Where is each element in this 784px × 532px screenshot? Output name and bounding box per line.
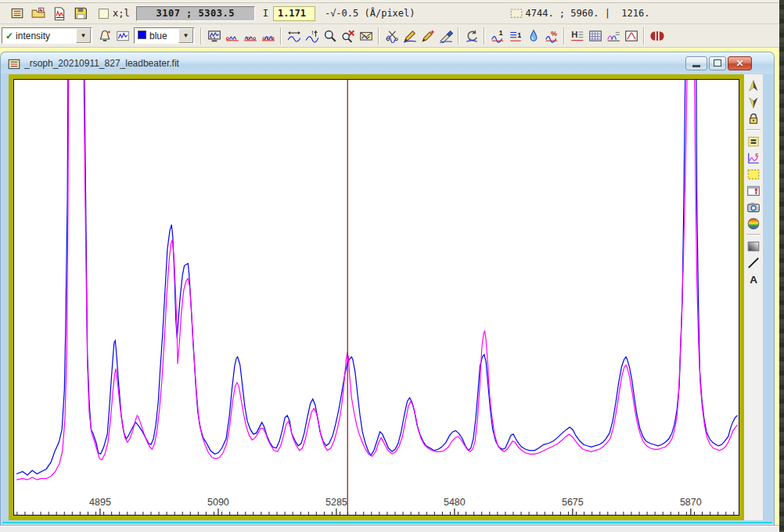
normalize-one-icon[interactable]: 1 bbox=[488, 27, 506, 45]
window-title: _rsoph_20210911_827_leadbeater.fit bbox=[24, 58, 685, 69]
svg-text:1: 1 bbox=[498, 29, 502, 37]
copy-curve-icon[interactable]: c bbox=[745, 149, 762, 166]
toolbar-separator bbox=[280, 27, 282, 45]
wavelength-range-readout: 4744. ; 5960. | 1216. bbox=[526, 8, 650, 19]
spectrum-file-icon bbox=[7, 57, 20, 69]
plot-bars-icon[interactable] bbox=[259, 27, 277, 45]
window-titlebar[interactable]: _rsoph_20210911_827_leadbeater.fit ✕ bbox=[0, 52, 775, 74]
cut-curve-icon[interactable] bbox=[383, 27, 401, 45]
frame-accent-line bbox=[2, 522, 772, 523]
restore-icon bbox=[714, 59, 721, 66]
svg-text:A: A bbox=[750, 274, 757, 286]
save-icon[interactable] bbox=[71, 5, 89, 23]
window-frame: 489550905285548056755870 cA bbox=[0, 74, 775, 526]
selection-box-icon[interactable] bbox=[508, 5, 526, 23]
right-toolbar: cA bbox=[744, 74, 763, 520]
check-icon: ✓ bbox=[5, 31, 13, 41]
pin-window-icon[interactable] bbox=[745, 182, 762, 199]
phase-plot-icon[interactable] bbox=[648, 27, 666, 45]
gradient-fill-icon[interactable] bbox=[745, 238, 762, 254]
cursor-coordinate-readout: 3107 ; 5303.5 bbox=[136, 6, 255, 21]
svg-text:t: t bbox=[311, 30, 313, 35]
desktop-edge bbox=[779, 0, 784, 532]
zoom-in-icon[interactable] bbox=[321, 27, 339, 45]
status-bar bbox=[0, 525, 779, 532]
svg-text:H: H bbox=[571, 30, 577, 39]
minimize-button[interactable] bbox=[685, 56, 707, 70]
coord-checkbox[interactable] bbox=[99, 9, 109, 19]
crop-envelope-icon[interactable] bbox=[357, 27, 375, 45]
plot-lines-icon[interactable] bbox=[241, 27, 259, 45]
palette-sphere-icon[interactable] bbox=[745, 215, 762, 232]
svg-text:1: 1 bbox=[517, 31, 521, 38]
series-preview-icon[interactable] bbox=[113, 27, 131, 45]
profile-box-icon[interactable] bbox=[622, 27, 640, 45]
intensity-label: I bbox=[263, 8, 268, 19]
fit-window-icon[interactable] bbox=[285, 27, 303, 45]
tools-toolbar: ✓intensity ▼ blue▼t11%H bbox=[0, 24, 779, 48]
plot-canvas[interactable]: 489550905285548056755870 bbox=[14, 80, 739, 515]
x-tick-label: 5870 bbox=[680, 497, 702, 508]
spectrum-window: _rsoph_20210911_827_leadbeater.fit ✕ 489… bbox=[0, 52, 775, 526]
x-tick-label: 5285 bbox=[325, 497, 347, 508]
equals-icon[interactable] bbox=[745, 133, 762, 149]
plot-points-icon[interactable] bbox=[223, 27, 241, 45]
camera-icon[interactable] bbox=[745, 199, 762, 215]
svg-text:c: c bbox=[755, 151, 758, 158]
arrow-down-icon[interactable] bbox=[745, 94, 762, 110]
mode-select[interactable]: ✓intensity ▼ bbox=[2, 27, 92, 44]
restore-button[interactable] bbox=[709, 56, 726, 70]
close-icon: ✕ bbox=[735, 59, 743, 68]
text-label-icon[interactable]: A bbox=[745, 271, 762, 287]
lock-icon[interactable] bbox=[745, 110, 762, 127]
open-profile-icon[interactable] bbox=[29, 5, 47, 23]
x-tick-label: 5675 bbox=[562, 497, 584, 508]
toolbar-separator bbox=[563, 27, 565, 45]
element-h-lines-icon[interactable]: H bbox=[568, 27, 586, 45]
x-tick-label: 4895 bbox=[89, 497, 111, 508]
chevron-down-icon[interactable]: ▼ bbox=[178, 28, 193, 43]
main-toolbar: x;l 3107 ; 5303.5 I 1.171 -√-0.5 (Å/pixe… bbox=[0, 3, 779, 24]
x-tick-label: 5480 bbox=[444, 497, 466, 508]
card-file-icon[interactable] bbox=[8, 5, 26, 23]
reference-one-icon[interactable]: 1 bbox=[506, 27, 524, 45]
draw-pencil-icon[interactable] bbox=[401, 27, 419, 45]
open-document-icon[interactable] bbox=[50, 5, 68, 23]
app-root: { "toolbar_main": { "file_icons": [ {"na… bbox=[0, 0, 784, 532]
periodic-table-icon[interactable] bbox=[586, 27, 604, 45]
color-swatch bbox=[138, 31, 146, 39]
intensity-readout: 1.171 bbox=[273, 6, 315, 21]
arrow-up-icon[interactable] bbox=[745, 77, 762, 94]
close-button[interactable]: ✕ bbox=[728, 56, 752, 70]
toolbar-separator bbox=[484, 27, 485, 45]
draw-line-icon[interactable] bbox=[745, 254, 762, 271]
coord-checkbox-label: x;l bbox=[113, 8, 130, 19]
svg-text:%: % bbox=[550, 30, 556, 38]
sidebar-separator bbox=[746, 234, 761, 235]
x-tick-label: 5090 bbox=[207, 497, 229, 508]
zoom-region-icon[interactable] bbox=[745, 166, 762, 182]
trace-color-select[interactable]: blue▼ bbox=[134, 27, 195, 44]
spectrum-trace-pink bbox=[16, 80, 737, 480]
erase-curve-icon[interactable] bbox=[437, 27, 455, 45]
water-drop-icon[interactable] bbox=[524, 27, 542, 45]
plot-border: 489550905285548056755870 bbox=[9, 74, 744, 520]
sidebar-separator bbox=[746, 129, 761, 131]
eraser-gum-icon[interactable] bbox=[95, 27, 113, 45]
scale-up-icon[interactable]: t bbox=[303, 27, 321, 45]
dispersion-text: -√-0.5 (Å/pixel) bbox=[325, 8, 415, 19]
edit-points-icon[interactable] bbox=[419, 27, 437, 45]
overlay-curves-icon[interactable] bbox=[604, 27, 622, 45]
zoom-reset-icon[interactable] bbox=[339, 27, 357, 45]
ratio-percent-icon[interactable]: % bbox=[542, 27, 560, 45]
chevron-down-icon[interactable]: ▼ bbox=[76, 28, 91, 43]
undo-curve-icon[interactable] bbox=[462, 27, 480, 45]
mode-select-value: intensity bbox=[16, 31, 50, 41]
display-mode-icon[interactable] bbox=[205, 27, 223, 45]
toolbar-separator bbox=[458, 27, 459, 45]
toolbar-separator bbox=[378, 27, 379, 45]
toolbar-separator bbox=[200, 27, 202, 45]
spectrum-trace-blue bbox=[16, 80, 737, 475]
minimize-icon bbox=[692, 65, 700, 67]
toolbar-separator bbox=[643, 27, 645, 45]
